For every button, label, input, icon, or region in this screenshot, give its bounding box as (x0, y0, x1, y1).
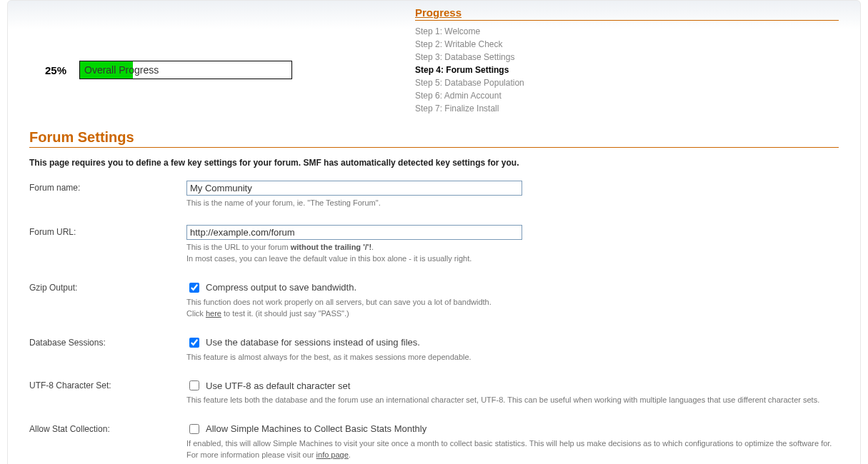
step-item: Step 7: Finalize Install (415, 102, 839, 115)
db-sessions-check-wrap[interactable]: Use the database for sessions instead of… (186, 336, 839, 350)
label-forum-url: Forum URL: (29, 225, 186, 237)
row-stats: Allow Stat Collection: Allow Simple Mach… (29, 422, 839, 461)
db-sessions-check-label: Use the database for sessions instead of… (206, 337, 420, 348)
hint-text: . (349, 450, 351, 459)
hint-gzip: This function does not work properly on … (186, 296, 839, 320)
hint-strong: without the trailing '/'! (291, 243, 371, 251)
install-panel: 25% Overall Progress Progress Step 1: We… (7, 0, 861, 464)
db-sessions-checkbox[interactable] (189, 338, 199, 348)
step-item: Step 3: Database Settings (415, 51, 839, 64)
progress-bar: Overall Progress (79, 61, 292, 79)
hint-stats: If enabled, this will allow Simple Machi… (186, 438, 839, 461)
utf8-checkbox[interactable] (189, 380, 199, 390)
hint-text: Click (186, 309, 206, 318)
label-db-sessions: Database Sessions: (29, 336, 186, 348)
steps-panel: Progress Step 1: WelcomeStep 2: Writable… (415, 6, 839, 115)
section-heading: Forum Settings (29, 129, 839, 148)
utf8-check-wrap[interactable]: Use UTF-8 as default character set (186, 378, 839, 393)
hint-text: This is the URL to your forum (186, 243, 291, 251)
label-stats: Allow Stat Collection: (29, 422, 186, 434)
gzip-check-wrap[interactable]: Compress output to save bandwidth. (186, 281, 839, 295)
forum-name-input[interactable] (186, 181, 522, 196)
progress-percent: 25% (29, 64, 79, 76)
step-item: Step 5: Database Population (415, 76, 839, 89)
hint-text: If enabled, this will allow Simple Machi… (186, 439, 832, 460)
hint-text: In most cases, you can leave the default… (186, 254, 472, 263)
row-utf8: UTF-8 Character Set: Use UTF-8 as defaul… (29, 378, 839, 406)
row-gzip: Gzip Output: Compress output to save ban… (29, 281, 839, 320)
stats-info-link[interactable]: info page (316, 450, 349, 459)
overall-progress: 25% Overall Progress (29, 6, 415, 79)
hint-utf8: This feature lets both the database and … (186, 394, 839, 406)
hint-forum-url: This is the URL to your forum without th… (186, 241, 839, 265)
step-item: Step 2: Writable Check (415, 38, 839, 51)
label-gzip: Gzip Output: (29, 281, 186, 293)
step-item: Step 1: Welcome (415, 25, 839, 38)
stats-check-wrap[interactable]: Allow Simple Machines to Collect Basic S… (186, 422, 839, 436)
step-item: Step 4: Forum Settings (415, 64, 839, 76)
gzip-check-label: Compress output to save bandwidth. (206, 282, 356, 293)
row-forum-name: Forum name: This is the name of your for… (29, 181, 839, 209)
step-item: Step 6: Admin Account (415, 89, 839, 102)
row-db-sessions: Database Sessions: Use the database for … (29, 336, 839, 363)
forum-url-input[interactable] (186, 225, 522, 240)
hint-db-sessions: This feature is almost always for the be… (186, 351, 839, 363)
hint-text: This function does not work properly on … (186, 298, 492, 306)
steps-heading: Progress (415, 6, 839, 21)
label-utf8: UTF-8 Character Set: (29, 378, 186, 390)
utf8-check-label: Use UTF-8 as default character set (206, 380, 350, 391)
section-intro: This page requires you to define a few k… (29, 158, 839, 168)
hint-forum-name: This is the name of your forum, ie. "The… (186, 197, 839, 209)
gzip-test-link[interactable]: here (206, 309, 221, 318)
gzip-checkbox[interactable] (189, 283, 199, 293)
label-forum-name: Forum name: (29, 181, 186, 193)
stats-check-label: Allow Simple Machines to Collect Basic S… (206, 423, 426, 434)
hint-text: to test it. (it should just say "PASS".) (221, 309, 349, 318)
hint-text: . (371, 243, 374, 251)
row-forum-url: Forum URL: This is the URL to your forum… (29, 225, 839, 265)
stats-checkbox[interactable] (189, 424, 199, 434)
progress-bar-label: Overall Progress (84, 64, 159, 76)
